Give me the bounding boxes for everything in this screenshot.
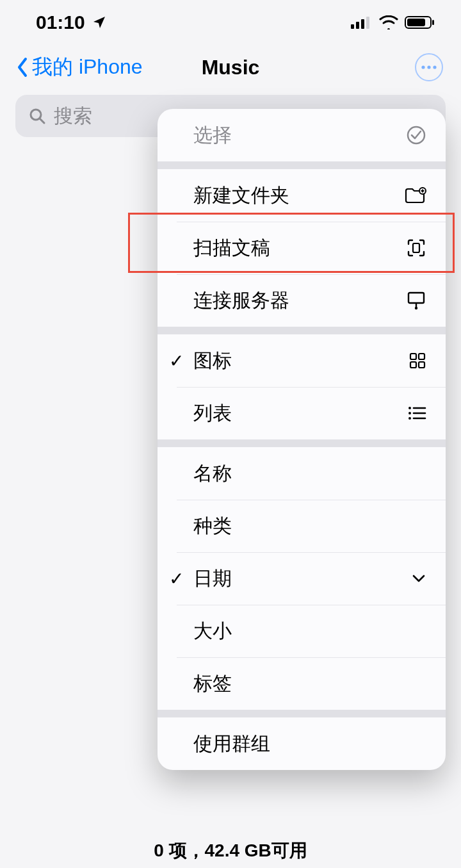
svg-point-8: [427, 65, 430, 69]
status-left: 01:10: [36, 12, 107, 33]
menu-item-select[interactable]: 选择: [158, 109, 446, 161]
battery-icon: [405, 15, 435, 30]
footer-items: 0 项: [154, 840, 186, 860]
search-placeholder: 搜索: [54, 103, 92, 129]
svg-point-12: [408, 127, 425, 143]
menu-item-list[interactable]: 列表: [158, 387, 446, 439]
svg-rect-5: [407, 19, 425, 26]
svg-point-17: [415, 307, 417, 309]
menu-group-view: ✓ 图标 列表: [158, 327, 446, 439]
menu-label: 新建文件夹: [193, 183, 289, 209]
wifi-icon: [379, 15, 398, 29]
menu-item-use-groups[interactable]: 使用群组: [158, 717, 446, 770]
page-title: Music: [202, 56, 260, 79]
search-icon: [28, 107, 46, 125]
menu-label: 图标: [193, 348, 232, 374]
svg-rect-0: [351, 24, 354, 29]
check-icon: ✓: [169, 350, 184, 372]
menu-item-kind[interactable]: 种类: [158, 500, 446, 552]
list-icon: [407, 405, 426, 421]
svg-rect-21: [419, 362, 425, 368]
menu-group-groups: 使用群组: [158, 710, 446, 770]
menu-label: 选择: [193, 122, 232, 149]
menu-item-tags[interactable]: 标签: [158, 657, 446, 710]
menu-label: 列表: [193, 400, 232, 427]
svg-point-24: [408, 412, 411, 414]
svg-line-11: [40, 119, 44, 123]
svg-rect-20: [410, 362, 416, 368]
server-icon: [406, 290, 426, 311]
svg-rect-18: [410, 354, 416, 359]
status-time: 01:10: [36, 12, 85, 33]
check-icon: ✓: [169, 568, 184, 589]
menu-item-size[interactable]: 大小: [158, 605, 446, 657]
svg-point-9: [433, 65, 436, 69]
grid-icon: [408, 352, 426, 370]
svg-rect-15: [408, 293, 424, 303]
folder-plus-icon: [405, 186, 426, 204]
chevron-down-icon: [411, 573, 426, 584]
menu-label: 种类: [193, 513, 232, 539]
menu-label: 扫描文稿: [193, 235, 270, 261]
footer-status: 0 项，42.4 GB可用: [0, 839, 461, 863]
scan-icon: [406, 238, 426, 258]
back-button[interactable]: 我的 iPhone: [15, 53, 143, 81]
menu-item-new-folder[interactable]: 新建文件夹: [158, 169, 446, 222]
check-circle-icon: [406, 125, 426, 145]
menu-group-sort: 名称 种类 ✓ 日期 大小 标签: [158, 439, 446, 710]
svg-point-22: [408, 407, 411, 409]
svg-rect-6: [432, 20, 434, 25]
menu-item-name[interactable]: 名称: [158, 447, 446, 500]
status-bar: 01:10: [0, 0, 461, 45]
svg-rect-2: [361, 19, 364, 29]
svg-rect-3: [366, 17, 369, 29]
back-label: 我的 iPhone: [32, 53, 143, 81]
context-menu: 选择 新建文件夹 扫描文稿 连接服务器: [158, 109, 446, 770]
menu-label: 标签: [193, 671, 232, 697]
status-right: [351, 15, 435, 30]
footer-available: 42.4 GB可用: [205, 840, 307, 860]
menu-group-select: 选择: [158, 109, 446, 161]
svg-point-26: [408, 417, 411, 420]
location-icon: [92, 15, 107, 30]
menu-label: 使用群组: [193, 731, 270, 757]
menu-item-date[interactable]: ✓ 日期: [158, 552, 446, 605]
signal-icon: [351, 16, 373, 29]
svg-point-7: [421, 65, 425, 69]
menu-item-icons[interactable]: ✓ 图标: [158, 334, 446, 387]
svg-rect-14: [413, 243, 419, 252]
menu-label: 连接服务器: [193, 288, 289, 314]
menu-item-connect-server[interactable]: 连接服务器: [158, 274, 446, 327]
menu-label: 名称: [193, 461, 232, 487]
menu-group-actions: 新建文件夹 扫描文稿 连接服务器: [158, 161, 446, 327]
menu-label: 日期: [193, 566, 232, 592]
menu-item-scan[interactable]: 扫描文稿: [158, 222, 446, 274]
menu-label: 大小: [193, 618, 232, 644]
more-button[interactable]: [415, 53, 443, 81]
svg-rect-19: [419, 354, 425, 359]
svg-rect-1: [356, 22, 359, 29]
nav-header: 我的 iPhone Music: [0, 45, 461, 90]
